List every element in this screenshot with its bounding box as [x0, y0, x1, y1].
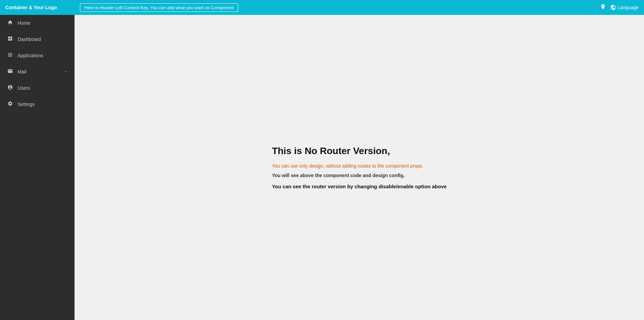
main-desc1: You can use only design, without adding … [272, 163, 447, 169]
settings-icon [7, 101, 14, 108]
sidebar-item-mail[interactable]: Mail [0, 64, 75, 80]
dashboard-icon [7, 36, 14, 43]
main-title: This is No Router Version, [272, 146, 447, 156]
language-selector[interactable]: Language [610, 4, 639, 10]
app-layout: Home Dashboard Applications [0, 15, 644, 320]
app-header: Container & Your Logo Here is Header Lef… [0, 0, 644, 15]
users-icon [7, 85, 14, 91]
mail-icon [7, 68, 14, 75]
logo: Container & Your Logo [5, 5, 80, 10]
sidebar-item-label-mail: Mail [18, 69, 60, 74]
main-desc2: You will see above the component code an… [272, 173, 447, 178]
header-right: Language [600, 4, 639, 12]
globe-icon [610, 4, 616, 10]
chevron-down-icon [64, 69, 68, 74]
sidebar-item-users[interactable]: Users [0, 80, 75, 96]
sidebar-item-label-users: Users [18, 85, 68, 91]
sidebar-item-applications[interactable]: Applications [0, 47, 75, 64]
sidebar-item-label-dashboard: Dashboard [18, 37, 68, 42]
content-box: This is No Router Version, You can use o… [258, 132, 460, 203]
sidebar-item-label-home: Home [18, 20, 68, 26]
sidebar-item-label-applications: Applications [18, 53, 68, 58]
sidebar-item-label-settings: Settings [18, 102, 68, 107]
header-center: Here is Header Left Content Key. You can… [80, 3, 600, 12]
main-desc3: You can see the router version by changi… [272, 184, 447, 189]
sidebar-item-settings[interactable]: Settings [0, 96, 75, 112]
main-content: This is No Router Version, You can use o… [75, 15, 644, 320]
sidebar-item-home[interactable]: Home [0, 15, 75, 31]
applications-icon [7, 52, 14, 59]
header-content-key: Here is Header Left Content Key. You can… [80, 3, 238, 12]
sidebar-item-dashboard[interactable]: Dashboard [0, 31, 75, 47]
location-icon[interactable] [600, 4, 606, 12]
sidebar: Home Dashboard Applications [0, 15, 75, 320]
home-icon [7, 20, 14, 26]
language-label: Language [618, 5, 639, 10]
